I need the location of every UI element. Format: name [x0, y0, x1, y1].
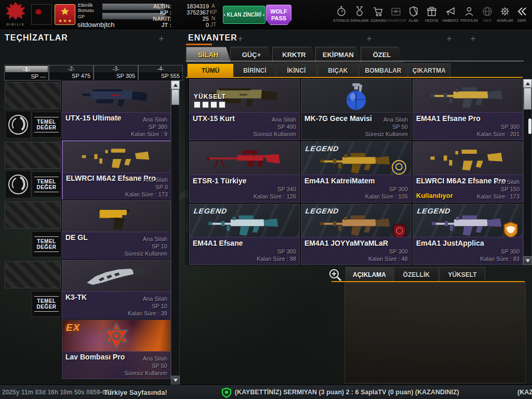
plus-icon	[447, 36, 451, 41]
inventory-item-card[interactable]: LEGEND Em4A1 KatreiMatem SP 300Kalan Sür…	[301, 141, 411, 203]
base-value-button[interactable]: TEMELDEĞER	[32, 112, 61, 138]
equipment-tab-4[interactable]: -4-SP 555	[138, 65, 183, 81]
item-name: K3-TK	[65, 293, 87, 301]
nav-geri[interactable]: GERİ	[514, 6, 529, 22]
gift-icon	[426, 6, 437, 17]
base-value-button[interactable]: TEMELDEĞER	[32, 171, 61, 197]
detail-tab-ozellik[interactable]: ÖZELLİK	[394, 267, 439, 282]
currency-unit: JT	[210, 22, 216, 28]
ticker-timestamp: 2025y 11m 03d 16h 10m 50s 0859-685	[2, 389, 113, 396]
item-detail-panel	[344, 282, 526, 383]
currency-value: 0	[167, 22, 209, 28]
currency-value: 1834319	[167, 3, 209, 9]
equipment-item-card[interactable]: UTX-15 Ultimate Ana SilahSP 380Kalan Sür…	[62, 81, 171, 140]
equipment-item-card[interactable]: ELWRCI M6A2 Efsane Pro Ana SilahSP 0Kala…	[62, 140, 172, 201]
nav-etkinlik[interactable]: ETKİNLİK	[332, 6, 351, 22]
equip-slot-placeholder[interactable]	[5, 82, 61, 109]
wolfteam-inventory-screen: DIRILIS ★ ★ ★ EtkinlikBonusu GP sitdownb…	[0, 0, 532, 399]
equipment-tab-2[interactable]: -2-SP 475	[49, 65, 94, 81]
item-name: UTX-15 Ultimate	[65, 114, 121, 122]
inventory-item-card[interactable]: LEGEND Em4A1 JustApplica SP 300Kalan Sür…	[413, 204, 523, 265]
equip-slot-placeholder[interactable]	[5, 142, 61, 169]
cart-icon	[373, 6, 384, 17]
tab-guc[interactable]: GÜÇ+	[230, 47, 273, 62]
wolf-pass-button[interactable]: WOLFPASS	[266, 5, 291, 25]
rifle-icon	[415, 143, 521, 175]
equip-slot-placeholder[interactable]	[5, 261, 61, 288]
ticker-announcement: Turkiye Sayfasında!	[104, 389, 167, 396]
equipment-item-card[interactable]: DE GL Ana SilahSP 10Süresiz Kullanım	[62, 200, 171, 260]
chest-icon	[390, 6, 402, 17]
nav-siralama[interactable]: SIRALAMA	[350, 6, 369, 22]
item-meta: Ana SilahSP 0Kalan Süre : 173	[125, 176, 168, 198]
inventory-item-card[interactable]: YÜKSELT UTX-15 Kurt Ana SilahSP 490Süres…	[189, 79, 300, 140]
equip-slot-placeholder[interactable]	[5, 202, 61, 229]
nav-klan[interactable]: KLAN	[404, 6, 423, 22]
inventory-item-card[interactable]: MK-7G Gece Mavisi Ana SilahSP 50Süresiz …	[301, 79, 411, 140]
grenade-icon	[303, 81, 409, 113]
klan-zinciri-button[interactable]: › KLAN ZİNCİRİ ‹	[223, 6, 265, 24]
svg-text:★: ★	[58, 18, 62, 23]
subtab-bombalar[interactable]: BOMBALAR	[359, 63, 407, 78]
equipment-item-card[interactable]: EX Lav Bombası Pro Ana SilahSP 50Süresiz…	[62, 320, 171, 379]
base-value-button[interactable]: TEMELDEĞER	[32, 291, 61, 317]
equipment-item-card[interactable]: K3-TK Ana SilahSP 10Kalan Süre : 39	[62, 260, 171, 320]
plus-icon	[159, 36, 164, 41]
globe-icon	[482, 6, 493, 17]
item-name: MK-7G Gece Mavisi	[304, 114, 372, 123]
grenade-star-icon	[64, 321, 169, 351]
nav-ayarlar[interactable]: AYARLAR	[496, 6, 514, 22]
inventory-item-card[interactable]: LEGEND EM4A1 Efsane SP 300Kalan Süre : 9…	[189, 204, 300, 265]
scroll-up-button[interactable]	[171, 81, 180, 89]
base-value-button[interactable]: TEMELDEĞER	[32, 231, 61, 257]
equipment-tab-1[interactable]: -1-SP ---	[4, 65, 49, 81]
nav-web[interactable]: WEB	[478, 6, 497, 22]
item-name: UTX-15 Kurt	[193, 114, 235, 123]
rifle-icon	[64, 82, 169, 112]
inventory-item-card[interactable]: EM4A1 Efsane Pro SP 300Kalan Süre : 201	[413, 79, 523, 140]
item-name: EM4A1 Efsane Pro	[416, 114, 481, 123]
detail-tab-aciklama[interactable]: AÇIKLAMA	[345, 267, 393, 282]
currency-unit: N	[211, 16, 215, 21]
subtab-underline	[186, 77, 523, 78]
edge-scrollbar-thumb[interactable]	[528, 118, 531, 134]
equipment-tab-3[interactable]: -3-SP 305	[94, 65, 138, 81]
magnifier-zoom-icon[interactable]	[328, 268, 342, 282]
nav-haberci[interactable]: HABERCİ	[441, 6, 460, 22]
anticheat-shield-icon	[222, 388, 231, 399]
subtab-cikartma[interactable]: ÇIKARTMA	[408, 63, 450, 78]
item-meta: SP 300Kalan Süre : 48	[368, 248, 408, 262]
subtab-bicak[interactable]: BIÇAK	[317, 63, 358, 78]
inventory-item-card[interactable]: ETSR-1 Türkiye SP 340Kalan Süre : 126	[189, 141, 300, 203]
top-bar: DIRILIS ★ ★ ★ EtkinlikBonusu GP sitdownb…	[0, 0, 532, 30]
item-name: Em4A1 KatreiMatem	[304, 177, 375, 185]
tab-krktr[interactable]: KRKTR	[272, 47, 316, 62]
detail-tab-yukselt[interactable]: YÜKSELT	[440, 267, 485, 282]
scrollbar-thumb[interactable]	[524, 88, 531, 110]
pistol-icon	[64, 202, 169, 232]
rank-badge-icon: ★ ★ ★	[55, 4, 75, 25]
item-name: EM4A1 Efsane	[193, 239, 243, 247]
nav-dukkan[interactable]: DÜKKAN	[369, 6, 388, 22]
scroll-down-button[interactable]	[171, 376, 180, 384]
scroll-down-button[interactable]	[523, 256, 532, 265]
nav-envanter[interactable]: ENVANTER	[387, 6, 405, 22]
subtab-birinci[interactable]: BİRİNCİ	[234, 63, 275, 78]
tab-ozel[interactable]: ÖZEL	[361, 47, 403, 62]
plus-icon	[238, 36, 243, 41]
nav-hediye[interactable]: HEDİYE	[422, 6, 441, 22]
scrollbar-thumb[interactable]	[171, 89, 179, 105]
plus-icon	[367, 36, 371, 41]
stopwatch-icon	[336, 6, 347, 17]
inventory-item-card[interactable]: LEGEND EM4A1 JOYYaMYaMLaR SP 300Kalan Sü…	[301, 204, 411, 265]
svg-text:★: ★	[63, 18, 67, 23]
equipment-scrollbar[interactable]	[171, 81, 180, 384]
inventory-item-card[interactable]: ELWRCI M6A2 Efsane Pro Ana SilahSP 150Ka…	[413, 141, 523, 203]
scroll-up-button[interactable]	[523, 79, 532, 88]
ticker-match-result: (KAYBETTİNİZ) SERMIYAN (3 puan) 2 : 6 Sa…	[235, 389, 459, 396]
tab-silah[interactable]: SİLAH	[186, 47, 231, 62]
tab-ekipman[interactable]: EKİPMAN	[315, 47, 361, 62]
subtab-tumu[interactable]: TÜMÜ	[187, 63, 234, 78]
nav-profilim[interactable]: PROFİLİM	[460, 6, 478, 22]
subtab-ikinci[interactable]: İKİNCİ	[276, 63, 317, 78]
